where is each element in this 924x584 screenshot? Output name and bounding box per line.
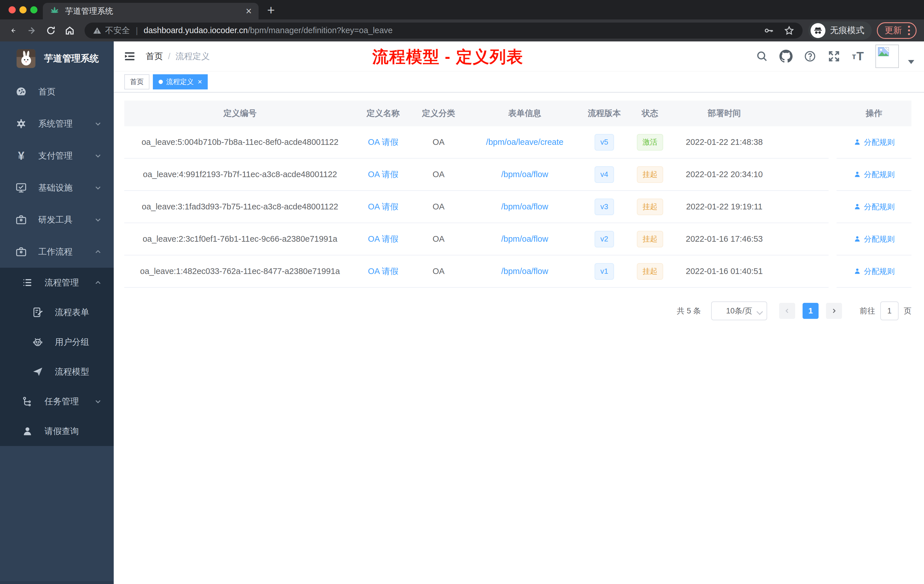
sidebar-item-process-form[interactable]: 流程表单 — [0, 297, 114, 327]
definition-name-link[interactable]: OA 请假 — [368, 266, 398, 277]
breadcrumb-home[interactable]: 首页 — [146, 51, 163, 62]
breadcrumb-current: 流程定义 — [175, 51, 210, 62]
password-key-icon[interactable] — [764, 25, 774, 36]
sidebar-item-task-management[interactable]: 任务管理 — [0, 386, 114, 416]
browser-toolbar: 不安全 | dashboard.yudao.iocoder.cn/bpm/man… — [0, 20, 924, 41]
font-size-icon[interactable]: тT — [851, 50, 865, 63]
url-bar[interactable]: 不安全 | dashboard.yudao.iocoder.cn/bpm/man… — [84, 23, 803, 39]
window-minimize-button[interactable] — [20, 6, 26, 13]
column-header: 定义名称 — [356, 101, 411, 126]
select-caret-icon — [757, 308, 763, 315]
definition-name-link[interactable]: OA 请假 — [368, 233, 398, 245]
sidebar-item-system[interactable]: 系统管理 — [0, 108, 114, 140]
tag-close-icon[interactable]: × — [198, 78, 202, 86]
sidebar-item-process-model[interactable]: 流程模型 — [0, 357, 114, 386]
sidebar-item-home[interactable]: 首页 — [0, 76, 114, 108]
definition-table: 定义编号 定义名称 定义分类 表单信息 流程版本 状态 部署时间 操作 oa_l… — [124, 101, 911, 288]
page-size-select[interactable]: 10条/页 — [711, 302, 767, 320]
github-icon[interactable] — [779, 50, 792, 63]
sidebar-item-label: 流程模型 — [55, 366, 102, 378]
sidebar-item-label: 请假查询 — [45, 426, 102, 437]
definition-name-link[interactable]: OA 请假 — [368, 137, 398, 148]
chevron-down-icon — [94, 183, 102, 192]
sidebar-item-devtools[interactable]: 研发工具 — [0, 204, 114, 236]
sidebar-item-label: 基础设施 — [38, 182, 94, 194]
sidebar-collapse-icon[interactable] — [124, 50, 136, 63]
browser-chrome: 芋道管理系统 × + 不安全 | dashboard.yudao.ioco — [0, 0, 924, 41]
table-row: oa_leave:3:1fad3d93-7b75-11ec-a3c8-acde4… — [124, 191, 911, 223]
definition-category: OA — [411, 126, 467, 158]
goto-page-input[interactable] — [880, 302, 899, 320]
table-row: oa_leave:5:004b710b-7b8a-11ec-8ef0-acde4… — [124, 126, 911, 158]
definition-category: OA — [411, 256, 467, 288]
assign-rule-label: 分配规则 — [864, 234, 895, 244]
sidebar-item-label: 支付管理 — [38, 150, 94, 162]
browser-menu-icon[interactable] — [907, 25, 911, 36]
forward-button[interactable] — [26, 25, 38, 36]
form-link[interactable]: /bpm/oa/leave/create — [486, 137, 563, 147]
form-link[interactable]: /bpm/oa/flow — [501, 170, 548, 179]
sidebar-item-payment[interactable]: ¥ 支付管理 — [0, 140, 114, 172]
definition-category: OA — [411, 191, 467, 223]
avatar[interactable] — [875, 45, 899, 68]
user-icon — [853, 203, 861, 211]
toolbox-icon — [15, 213, 27, 226]
page-size-value: 10条/页 — [726, 306, 752, 316]
security-label[interactable]: 不安全 — [105, 25, 130, 36]
leaf-favicon-icon — [50, 6, 59, 16]
sidebar-item-infrastructure[interactable]: 基础设施 — [0, 172, 114, 204]
definition-id: oa_leave:3:1fad3d93-7b75-11ec-a3c8-acde4… — [124, 191, 356, 223]
screen: 芋道管理系统 × + 不安全 | dashboard.yudao.ioco — [0, 0, 924, 584]
form-link[interactable]: /bpm/oa/flow — [501, 267, 548, 276]
browser-tab[interactable]: 芋道管理系统 × — [43, 3, 259, 20]
assign-rule-button[interactable]: 分配规则 — [853, 137, 895, 147]
deploy-time: 2022-01-22 19:19:11 — [674, 191, 774, 223]
sidebar-logo[interactable]: 芋道管理系统 — [0, 41, 114, 76]
version-badge: v2 — [594, 231, 614, 247]
navbar-actions: тT — [756, 45, 914, 68]
form-link[interactable]: /bpm/oa/flow — [501, 234, 548, 244]
window-close-button[interactable] — [8, 6, 16, 13]
home-button[interactable] — [64, 25, 76, 36]
back-button[interactable] — [7, 25, 19, 36]
sidebar-item-workflow[interactable]: 工作流程 — [0, 236, 114, 268]
help-icon[interactable] — [804, 50, 817, 63]
sidebar-item-user-group[interactable]: 用户分组 — [0, 327, 114, 357]
tab-close-icon[interactable]: × — [246, 6, 252, 16]
assign-rule-button[interactable]: 分配规则 — [853, 170, 895, 180]
definition-name-link[interactable]: OA 请假 — [368, 201, 398, 213]
browser-tabstrip: 芋道管理系统 × + — [0, 0, 924, 20]
prev-page-button[interactable] — [779, 303, 795, 319]
sidebar-item-leave-query[interactable]: 请假查询 — [0, 416, 114, 446]
next-page-button[interactable] — [826, 303, 842, 319]
tag-process-definition[interactable]: 流程定义 × — [153, 74, 208, 89]
reload-button[interactable] — [45, 25, 56, 36]
user-icon — [853, 138, 861, 146]
form-link[interactable]: /bpm/oa/flow — [501, 202, 548, 211]
page-number-button[interactable]: 1 — [803, 303, 818, 319]
yen-icon: ¥ — [15, 149, 27, 162]
sidebar-item-label: 流程管理 — [45, 277, 94, 289]
window-zoom-button[interactable] — [30, 6, 38, 13]
robot-face-icon — [31, 336, 44, 348]
fullscreen-icon[interactable] — [827, 50, 841, 63]
pagination: 共 5 条 10条/页 1 前往 页 — [124, 302, 911, 320]
sidebar-item-process-management[interactable]: 流程管理 — [0, 268, 114, 297]
form-edit-icon — [31, 306, 44, 318]
page-unit-label: 页 — [904, 306, 911, 316]
sidebar-item-label: 用户分组 — [55, 336, 102, 348]
chevron-down-icon — [94, 215, 102, 224]
goto-label: 前往 — [860, 306, 875, 316]
tag-home[interactable]: 首页 — [124, 74, 149, 89]
caret-down-icon[interactable] — [908, 60, 914, 64]
bookmark-star-icon[interactable] — [784, 25, 795, 36]
search-icon[interactable] — [756, 50, 769, 63]
assign-rule-button[interactable]: 分配规则 — [853, 266, 895, 277]
definition-name-link[interactable]: OA 请假 — [368, 169, 398, 180]
new-tab-button[interactable]: + — [267, 2, 275, 18]
assign-rule-button[interactable]: 分配规则 — [853, 202, 895, 212]
definition-category: OA — [411, 223, 467, 256]
assign-rule-button[interactable]: 分配规则 — [853, 234, 895, 244]
update-button[interactable]: 更新 — [877, 22, 917, 39]
url-host: dashboard.yudao.iocoder.cn — [144, 26, 248, 35]
